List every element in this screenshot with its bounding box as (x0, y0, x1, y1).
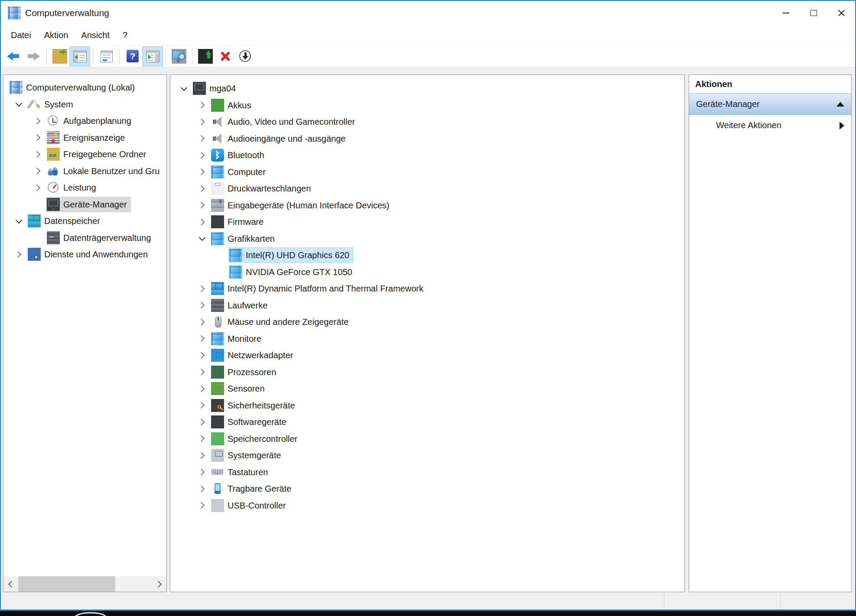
chevron-right-icon[interactable] (194, 486, 210, 491)
menu-hilfe[interactable]: ? (116, 25, 134, 45)
chevron-right-icon[interactable] (194, 103, 210, 107)
device-item-sensoren[interactable]: Sensoren (170, 380, 684, 397)
toolbar-update-driver-button[interactable] (195, 47, 215, 66)
device-item-laufwerke[interactable]: Laufwerke (170, 297, 684, 314)
device-item-maeuse[interactable]: Mäuse und andere Zeigegeräte (170, 314, 684, 331)
toolbar-scan-hardware-button[interactable] (169, 47, 189, 66)
chevron-right-icon[interactable] (194, 420, 210, 425)
device-item-mga04[interactable]: mga04 (170, 80, 684, 97)
sidebar-item-datentraegerverwaltung[interactable]: Datenträgerverwaltung (3, 230, 166, 246)
chevron-right-icon[interactable] (194, 336, 210, 341)
chevron-down-icon[interactable] (176, 87, 192, 90)
chevron-right-icon[interactable] (194, 436, 210, 441)
toolbar-help-button[interactable] (123, 47, 143, 66)
toolbar-disable-device-button[interactable] (235, 47, 255, 66)
scroll-right-button[interactable] (152, 576, 166, 592)
menu-ansicht[interactable]: Ansicht (75, 25, 116, 45)
device-item-softwaregeraete[interactable]: Softwaregeräte (170, 414, 684, 431)
maximize-button[interactable] (800, 1, 827, 25)
chevron-right-icon[interactable] (29, 169, 46, 173)
tree-item-label: System (44, 98, 73, 111)
clock-icon (47, 114, 60, 127)
sidebar-item-lokale-benutzer[interactable]: Lokale Benutzer und Gru (3, 163, 166, 180)
sidebar-item-geraete-manager[interactable]: Geräte-Manager (3, 196, 166, 213)
chevron-right-icon[interactable] (194, 370, 210, 374)
chevron-right-icon[interactable] (29, 185, 46, 190)
sidebar-item-datenspeicher[interactable]: Datenspeicher (3, 213, 166, 230)
chevron-right-icon[interactable] (194, 453, 210, 458)
close-button[interactable] (827, 1, 855, 25)
device-item-bluetooth[interactable]: Bluetooth (170, 147, 684, 164)
chevron-right-icon[interactable] (29, 119, 46, 123)
sidebar-item-system[interactable]: System (3, 96, 166, 113)
device-item-nvidia-gtx-1050[interactable]: NVIDIA GeForce GTX 1050 (170, 264, 684, 281)
toolbar-uninstall-device-button[interactable] (215, 47, 235, 66)
device-item-monitore[interactable]: Monitore (170, 331, 684, 347)
chevron-right-icon[interactable] (194, 303, 210, 308)
chevron-right-icon[interactable] (29, 152, 46, 157)
services-icon (28, 248, 41, 261)
sidebar-item-dienste-und-anwendungen[interactable]: Dienste und Anwendungen (3, 246, 166, 263)
device-item-grafikkarten[interactable]: Grafikkarten (170, 230, 684, 247)
device-item-druckwarteschlangen[interactable]: Druckwarteschlangen (170, 180, 684, 197)
device-item-sicherheitsgeraete[interactable]: Sicherheitsgeräte (170, 397, 684, 414)
chevron-down-icon[interactable] (10, 103, 27, 106)
sidebar-item-computerverwaltung[interactable]: Computerverwaltung (Lokal) (3, 79, 166, 96)
toolbar-export-list-button[interactable] (50, 47, 70, 66)
chevron-right-icon[interactable] (194, 186, 210, 191)
menu-datei[interactable]: Datei (4, 25, 38, 45)
status-separator (780, 593, 781, 610)
scroll-left-button[interactable] (3, 576, 18, 592)
chevron-right-icon[interactable] (194, 169, 210, 174)
device-item-tastaturen[interactable]: Tastaturen (170, 464, 684, 481)
chevron-down-icon[interactable] (194, 237, 210, 240)
device-item-prozessoren[interactable]: Prozessoren (170, 364, 684, 381)
sidebar-item-aufgabenplanung[interactable]: Aufgabenplanung (3, 113, 166, 130)
device-item-computer[interactable]: Computer (170, 164, 684, 181)
device-item-intel-uhd-620[interactable]: Intel(R) UHD Graphics 620 (170, 247, 684, 264)
chevron-right-icon[interactable] (194, 120, 210, 124)
chevron-right-icon[interactable] (194, 470, 210, 474)
device-item-speichercontroller[interactable]: Speichercontroller (170, 431, 684, 447)
actions-group-device-manager[interactable]: Geräte-Manager (689, 94, 851, 115)
horizontal-scrollbar[interactable] (3, 576, 166, 592)
export-list-icon (52, 49, 67, 64)
toolbar-show-action-pane-button[interactable] (143, 47, 163, 66)
sidebar-item-freigegebene-ordner[interactable]: Freigegebene Ordner (3, 146, 166, 163)
chevron-right-icon[interactable] (194, 403, 210, 408)
device-item-audio-video-gamecontroller[interactable]: Audio, Video und Gamecontroller (170, 113, 684, 130)
more-actions-item[interactable]: Weitere Aktionen (689, 115, 851, 136)
device-item-intel-dptf[interactable]: Intel(R) Dynamic Platform and Thermal Fr… (170, 280, 684, 297)
minimize-button[interactable] (772, 1, 800, 25)
device-item-audioeingaenge[interactable]: Audioeingänge und -ausgänge (170, 130, 684, 147)
chevron-right-icon[interactable] (194, 320, 210, 324)
sidebar-item-ereignisanzeige[interactable]: Ereignisanzeige (3, 130, 166, 146)
device-item-tragbare-geraete[interactable]: Tragbare Geräte (170, 480, 684, 497)
toolbar-show-console-tree-button[interactable] (70, 47, 90, 66)
chevron-right-icon[interactable] (194, 353, 210, 358)
chevron-right-icon[interactable] (194, 203, 210, 207)
chevron-right-icon[interactable] (194, 220, 210, 224)
chevron-right-icon[interactable] (29, 135, 46, 140)
device-item-systemgeraete[interactable]: Systemgeräte (170, 447, 684, 464)
device-item-eingabegeraete[interactable]: Eingabegeräte (Human Interface Devices) (170, 197, 684, 214)
scrollbar-thumb[interactable] (18, 576, 115, 592)
chevron-right-icon[interactable] (194, 386, 210, 391)
toolbar-back-button[interactable] (3, 47, 23, 66)
chevron-up-icon[interactable] (836, 102, 844, 107)
sidebar-item-leistung[interactable]: Leistung (3, 179, 166, 196)
chevron-right-icon[interactable] (194, 286, 210, 291)
toolbar-forward-button[interactable] (23, 47, 43, 66)
menu-aktion[interactable]: Aktion (38, 25, 75, 45)
chevron-right-icon[interactable] (194, 153, 210, 158)
chevron-right-icon[interactable] (194, 136, 210, 141)
device-item-firmware[interactable]: Firmware (170, 214, 684, 230)
chevron-right-icon[interactable] (194, 503, 210, 508)
device-item-netzwerkadapter[interactable]: Netzwerkadapter (170, 347, 684, 364)
toolbar-properties-button[interactable] (96, 47, 116, 66)
device-item-akkus[interactable]: Akkus (170, 97, 684, 114)
chevron-right-icon[interactable] (10, 252, 27, 257)
device-item-usb-controller[interactable]: USB-Controller (170, 497, 684, 514)
chevron-down-icon[interactable] (10, 220, 27, 223)
tree-item-content: System (27, 97, 77, 112)
